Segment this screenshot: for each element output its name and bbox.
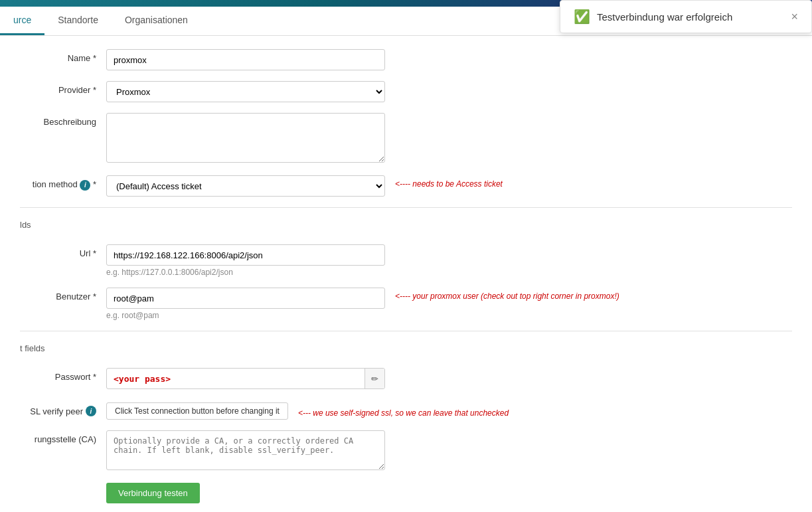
- fields-section-title: lds: [20, 214, 792, 238]
- benutzer-hint: e.g. root@pam: [106, 311, 385, 320]
- benutzer-row: Benutzer * e.g. root@pam <---- your prox…: [20, 288, 792, 320]
- auth-method-select[interactable]: (Default) Access ticket: [106, 175, 385, 197]
- verbindung-testen-button[interactable]: Verbindung testen: [106, 483, 200, 503]
- ca-row: rungsstelle (CA): [20, 430, 792, 472]
- provider-field: Proxmox: [106, 81, 385, 102]
- url-label: Url *: [20, 244, 106, 258]
- benutzer-annotation: <---- your proxmox user (check out top r…: [395, 288, 619, 301]
- provider-select[interactable]: Proxmox: [106, 81, 385, 102]
- tab-standorte-label: Standorte: [58, 15, 98, 25]
- test-btn-field: Verbindung testen: [106, 483, 385, 503]
- main-content: urce Standorte Organisationen Name * Pro…: [0, 7, 812, 512]
- url-field: e.g. https://127.0.0.1:8006/api2/json: [106, 244, 385, 277]
- auth-method-info-icon[interactable]: i: [80, 180, 90, 191]
- ssl-verify-row: SL verify peer i Click Test connection b…: [20, 402, 792, 420]
- auth-method-row: tion method i * (Default) Access ticket …: [20, 175, 792, 197]
- beschreibung-row: Beschreibung: [20, 113, 792, 165]
- password-wrapper: ✏: [106, 368, 385, 389]
- auth-method-annotation: <---- needs to be Access ticket: [395, 175, 503, 189]
- passwort-field: ✏: [106, 368, 385, 389]
- passwort-row: Passwort * ✏: [20, 368, 792, 389]
- pencil-icon: ✏: [371, 374, 378, 384]
- auth-method-field: (Default) Access ticket: [106, 175, 385, 197]
- ssl-test-connection-button[interactable]: Click Test connection button before chan…: [106, 402, 288, 420]
- tab-organisationen-label: Organisationen: [125, 15, 188, 25]
- tab-standorte[interactable]: Standorte: [44, 7, 112, 35]
- password-edit-button[interactable]: ✏: [365, 369, 384, 388]
- url-input[interactable]: [106, 244, 385, 266]
- provider-row: Provider * Proxmox: [20, 81, 792, 102]
- ca-label: rungsstelle (CA): [20, 430, 106, 444]
- test-btn-spacer: [20, 483, 106, 487]
- success-icon: ✅: [574, 9, 590, 25]
- provider-label: Provider *: [20, 81, 106, 95]
- beschreibung-field: [106, 113, 385, 165]
- url-row: Url * e.g. https://127.0.0.1:8006/api2/j…: [20, 244, 792, 277]
- auth-method-label: tion method i *: [20, 175, 106, 191]
- url-hint: e.g. https://127.0.0.1:8006/api2/json: [106, 268, 385, 277]
- secret-fields-section: t fields: [20, 331, 792, 361]
- tab-organisationen[interactable]: Organisationen: [112, 7, 201, 35]
- tab-source-label: urce: [13, 15, 31, 25]
- ssl-label: SL verify peer i: [20, 406, 106, 416]
- ca-textarea[interactable]: [106, 430, 385, 470]
- secret-fields-title: t fields: [20, 338, 792, 361]
- tab-source[interactable]: urce: [0, 7, 44, 35]
- form-container: Name * Provider * Proxmox Beschreibung: [0, 36, 812, 512]
- beschreibung-textarea[interactable]: [106, 113, 385, 163]
- passwort-label: Passwort *: [20, 368, 106, 382]
- benutzer-input[interactable]: [106, 288, 385, 309]
- test-btn-row: Verbindung testen: [20, 483, 792, 503]
- toast-message: Testverbindung war erfolgreich: [597, 11, 784, 23]
- beschreibung-label: Beschreibung: [20, 113, 106, 127]
- name-input[interactable]: [106, 49, 385, 70]
- name-row: Name *: [20, 49, 792, 70]
- ssl-info-icon[interactable]: i: [86, 406, 96, 416]
- benutzer-label: Benutzer *: [20, 288, 106, 301]
- toast-notification: ✅ Testverbindung war erfolgreich ×: [560, 0, 812, 33]
- fields-section: lds: [20, 207, 792, 238]
- ca-field: [106, 430, 385, 472]
- name-label: Name *: [20, 49, 106, 63]
- toast-close-button[interactable]: ×: [791, 11, 798, 23]
- ssl-annotation: <--- we use self-signed ssl, so we can l…: [298, 404, 509, 418]
- benutzer-field: e.g. root@pam: [106, 288, 385, 320]
- passwort-input[interactable]: [106, 368, 385, 389]
- name-field: [106, 49, 385, 70]
